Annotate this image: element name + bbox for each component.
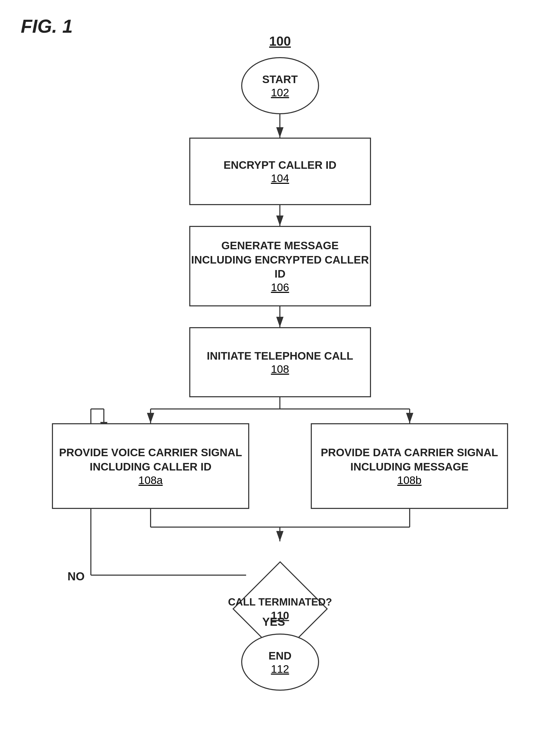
generate-ref: 106 xyxy=(271,281,289,294)
initiate-label: INITIATE TELEPHONE CALL xyxy=(207,349,353,363)
voice-label: PROVIDE VOICE CARRIER SIGNAL INCLUDING C… xyxy=(53,446,248,474)
terminated-label: CALL TERMINATED? xyxy=(228,596,332,608)
start-label: START xyxy=(262,72,298,87)
diagram-ref: 100 xyxy=(269,34,291,49)
end-ref: 112 xyxy=(271,663,289,675)
encrypt-ref: 104 xyxy=(271,172,289,185)
start-ref: 102 xyxy=(271,86,289,99)
start-node: START 102 xyxy=(241,57,319,114)
data-node: PROVIDE DATA CARRIER SIGNAL INCLUDING ME… xyxy=(311,423,508,509)
end-node: END 112 xyxy=(241,634,319,691)
voice-ref: 108a xyxy=(138,474,163,487)
generate-label: GENERATE MESSAGE INCLUDING ENCRYPTED CAL… xyxy=(190,239,370,281)
data-ref: 108b xyxy=(397,474,421,487)
generate-node: GENERATE MESSAGE INCLUDING ENCRYPTED CAL… xyxy=(189,226,371,306)
page: FIG. 1 100 xyxy=(0,0,560,733)
initiate-ref: 108 xyxy=(271,363,289,375)
no-label: NO xyxy=(68,570,85,583)
data-label: PROVIDE DATA CARRIER SIGNAL INCLUDING ME… xyxy=(312,446,507,474)
encrypt-node: ENCRYPT CALLER ID 104 xyxy=(189,138,371,205)
end-label: END xyxy=(268,649,292,663)
voice-node: PROVIDE VOICE CARRIER SIGNAL INCLUDING C… xyxy=(52,423,249,509)
figure-label: FIG. 1 xyxy=(21,16,73,37)
initiate-node: INITIATE TELEPHONE CALL 108 xyxy=(189,327,371,397)
encrypt-label: ENCRYPT CALLER ID xyxy=(224,158,336,172)
yes-label: YES xyxy=(262,615,285,628)
